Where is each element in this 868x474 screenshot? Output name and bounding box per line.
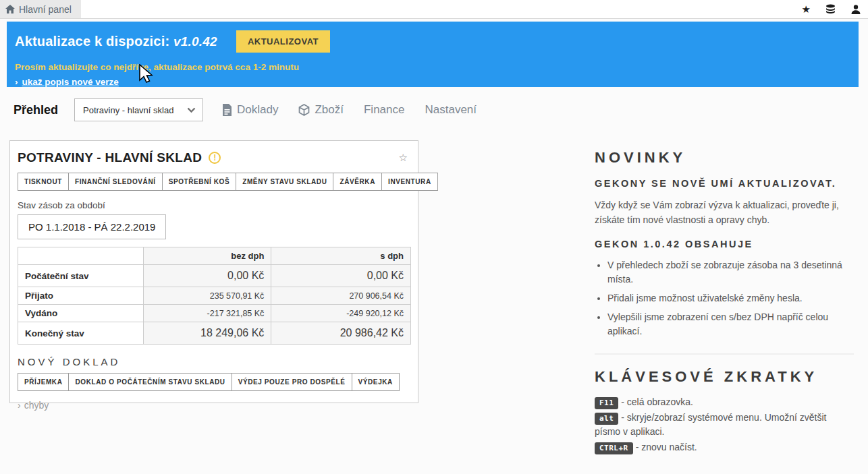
nav-item-nastaveni-label: Nastavení [425, 103, 477, 117]
news-bullet: Přidali jsme možnost uživatelské změny h… [607, 291, 854, 305]
new-document-action-group: PŘÍJEMKA DOKLAD O POČÁTEČNÍM STAVU SKLAD… [18, 373, 400, 391]
period-range-picker[interactable]: PO 1.1.2018 - PÁ 22.2.2019 [18, 214, 166, 239]
table-row: Přijato 235 570,91 Kč 270 906,54 Kč [18, 287, 411, 305]
package-icon [298, 104, 310, 116]
row-label: Vydáno [18, 305, 144, 322]
news-section2-title: GEKON 1.0.42 OBSAHUJE [595, 239, 854, 249]
zaverka-button[interactable]: ZÁVĚRKA [333, 173, 382, 191]
tab-main-panel-label: Hlavní panel [19, 4, 72, 15]
chevron-right-icon: › [18, 400, 21, 411]
prijemka-button[interactable]: PŘÍJEMKA [18, 373, 69, 391]
row-label: Počáteční stav [18, 265, 144, 287]
card-action-group: TISKNOUT FINANČNÍ SLEDOVÁNÍ SPOTŘEBNÍ KO… [18, 173, 410, 191]
news-bullet: V přehledech zboží se zobrazuje zásoba n… [607, 258, 854, 287]
table-header-row: bez dph s dph [18, 247, 411, 265]
database-icon[interactable] [825, 4, 836, 15]
nav-overview-label: Přehled [13, 103, 58, 117]
news-title: NOVINKY [595, 149, 854, 167]
vydejka-button[interactable]: VÝDEJKA [352, 373, 400, 391]
nav-item-zbozi-label: Zboží [315, 103, 344, 117]
nav-item-nastaveni[interactable]: Nastavení [425, 103, 477, 117]
news-paragraph: Vždy když se Vám zobrazí výzva k aktuali… [595, 198, 854, 227]
header-bez-dph: bez dph [143, 247, 271, 265]
banner-title: Aktualizace k dispozici: v1.0.42 [15, 34, 217, 49]
warehouse-card: POTRAVINY - HLAVNÍ SKLAD ! ☆ TISKNOUT FI… [9, 140, 418, 403]
key-badge-ctrl-r: CTRL+R [595, 442, 633, 454]
main-nav: Přehled Potraviny - hlavní sklad Doklady [13, 96, 477, 123]
update-button[interactable]: AKTUALIZOVAT [236, 30, 330, 53]
shortcut-item: CTRL+R - znovu načíst. [595, 440, 854, 454]
star-icon[interactable]: ★ [802, 3, 811, 16]
errors-link-label: chyby [24, 400, 49, 411]
row-value-s-dph: -249 920,12 Kč [271, 305, 411, 322]
row-value-bez-dph: 0,00 Kč [143, 265, 271, 287]
period-label: Stav zásob za období [18, 200, 410, 210]
shortcut-desc: - celá obrazovka. [621, 396, 693, 407]
vydej-pro-dospele-button[interactable]: VÝDEJ POUZE PRO DOSPĚLÉ [232, 373, 352, 391]
news-panel: NOVINKY GEKONY SE NOVĚ UMÍ AKTUALIZOVAT.… [595, 149, 854, 454]
table-row: Vydáno -217 321,85 Kč -249 920,12 Kč [18, 305, 411, 322]
warehouse-select-value: Potraviny - hlavní sklad [83, 105, 173, 115]
card-title: POTRAVINY - HLAVNÍ SKLAD [18, 150, 202, 165]
warehouse-select[interactable]: Potraviny - hlavní sklad [74, 98, 203, 121]
banner-subtitle: Prosím aktualizujte co nejdříve, aktuali… [15, 62, 848, 72]
stock-table: bez dph s dph Počáteční stav 0,00 Kč 0,0… [18, 247, 411, 345]
shortcuts-title: KLÁVESOVÉ ZKRATKY [595, 368, 854, 386]
row-value-bez-dph: -217 321,85 Kč [143, 305, 271, 322]
header-s-dph: s dph [271, 247, 411, 265]
topbar-icon-group: ★ [802, 0, 861, 18]
chevron-down-icon [187, 107, 196, 113]
new-document-title: NOVÝ DOKLAD [18, 356, 410, 367]
shortcut-desc: - skryje/zobrazí systémové menu. Umožní … [595, 412, 826, 437]
news-subtitle: GEKONY SE NOVĚ UMÍ AKTUALIZOVAT. [595, 178, 854, 189]
nav-item-doklady-label: Doklady [237, 103, 278, 117]
row-value-s-dph: 20 986,42 Kč [271, 322, 411, 345]
inventura-button[interactable]: INVENTURA [381, 173, 438, 191]
home-icon [5, 5, 15, 13]
spotrebni-kos-button[interactable]: SPOTŘEBNÍ KOŠ [162, 173, 237, 191]
warning-icon[interactable]: ! [209, 152, 221, 164]
shortcut-item: alt - skryje/zobrazí systémové menu. Umo… [595, 411, 854, 439]
errors-link[interactable]: ›chyby [18, 400, 410, 411]
row-value-s-dph: 0,00 Kč [271, 265, 411, 287]
row-value-s-dph: 270 906,54 Kč [271, 287, 411, 305]
shortcut-item: F11 - celá obrazovka. [595, 395, 854, 409]
section-divider [595, 353, 854, 355]
show-version-notes-link[interactable]: ukaž popis nové verze [22, 77, 119, 87]
tab-main-panel[interactable]: Hlavní panel [0, 0, 81, 18]
row-value-bez-dph: 235 570,91 Kč [143, 287, 271, 305]
doklad-pocatecni-stav-button[interactable]: DOKLAD O POČÁTEČNÍM STAVU SKLADU [68, 373, 232, 391]
header-empty-cell [18, 247, 144, 265]
user-icon[interactable] [850, 4, 861, 15]
row-value-bez-dph: 18 249,06 Kč [143, 322, 271, 345]
nav-item-zbozi[interactable]: Zboží [298, 103, 344, 117]
news-bullet: Vylepšili jsme zobrazení cen s/bez DPH n… [607, 310, 854, 338]
document-icon [222, 104, 232, 116]
nav-item-finance-label: Finance [364, 103, 404, 117]
favorite-star-icon[interactable]: ☆ [399, 152, 410, 164]
key-badge-f11: F11 [595, 397, 618, 409]
table-row: Konečný stav 18 249,06 Kč 20 986,42 Kč [18, 322, 411, 345]
table-row: Počáteční stav 0,00 Kč 0,00 Kč [18, 265, 411, 287]
banner-version: v1.0.42 [173, 34, 217, 49]
financni-sledovani-button[interactable]: FINANČNÍ SLEDOVÁNÍ [68, 173, 163, 191]
top-bar: Hlavní panel ★ [0, 0, 868, 19]
zmeny-stavu-skladu-button[interactable]: ZMĚNY STAVU SKLADU [236, 173, 333, 191]
update-banner: Aktualizace k dispozici: v1.0.42 AKTUALI… [7, 22, 859, 87]
news-bullet-list: V přehledech zboží se zobrazuje zásoba n… [607, 258, 854, 338]
nav-item-doklady[interactable]: Doklady [222, 103, 278, 117]
row-label: Přijato [18, 287, 144, 305]
row-label: Konečný stav [18, 322, 144, 345]
key-badge-alt: alt [595, 413, 618, 425]
tisknout-button[interactable]: TISKNOUT [18, 173, 69, 191]
chevron-right-icon: › [15, 77, 18, 87]
nav-item-finance[interactable]: Finance [364, 103, 404, 117]
shortcut-desc: - znovu načíst. [636, 442, 697, 452]
